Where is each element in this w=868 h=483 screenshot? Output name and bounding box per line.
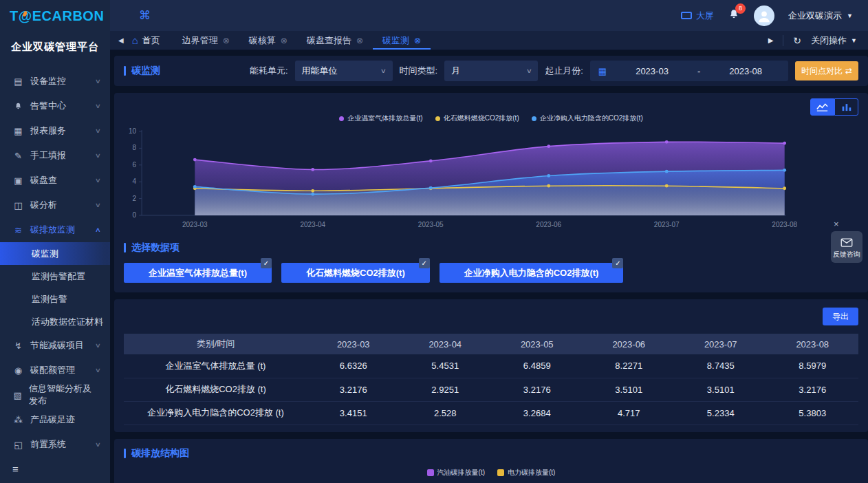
bar-chart-icon bbox=[841, 103, 852, 111]
structure-legend: 汽油碳排放量(t)电力碳排放量(t) bbox=[124, 468, 858, 477]
footprint-icon: ⁂ bbox=[12, 415, 24, 425]
energy-unit-select[interactable]: 用能单位∨ bbox=[295, 61, 393, 81]
table-row-1: 化石燃料燃烧CO2排放 (t)3.21762.92513.21763.51013… bbox=[124, 378, 858, 401]
structure-title: 碳排放结构图 bbox=[124, 447, 858, 460]
table-body: 企业温室气体排放总量 (t)6.63265.45316.48598.22718.… bbox=[124, 354, 858, 425]
legend-item-1[interactable]: 化石燃料燃烧CO2排放(t) bbox=[435, 114, 519, 123]
structure-legend-item-0[interactable]: 汽油碳排放量(t) bbox=[427, 468, 485, 477]
row-value: 3.5101 bbox=[583, 378, 675, 401]
tab-home[interactable]: ⌂首页 bbox=[129, 31, 173, 50]
date-end-value[interactable]: 2023-08 bbox=[711, 66, 780, 76]
sidebar-item-label: 碳分析 bbox=[30, 199, 57, 211]
notification-bell-icon[interactable]: 8 bbox=[728, 8, 740, 23]
sidebar-subitem-2[interactable]: 监测告警 bbox=[0, 288, 110, 310]
date-start-value[interactable]: 2023-03 bbox=[618, 66, 686, 76]
sidebar-subitem-0[interactable]: 碳监测 bbox=[0, 242, 110, 265]
sidebar: T@ECARBON 企业双碳管理平台 ▤设备监控∨告警中心∨▦报表服务∨✎手工填… bbox=[0, 0, 110, 483]
data-item-button-1[interactable]: 化石燃料燃烧CO2排放(t)✓ bbox=[281, 263, 430, 283]
notification-badge: 8 bbox=[735, 3, 746, 14]
sidebar-item-3[interactable]: ✎手工填报∨ bbox=[0, 143, 110, 168]
data-item-button-0[interactable]: 企业温室气体排放总量(t)✓ bbox=[124, 263, 272, 283]
title-accent bbox=[124, 66, 126, 76]
sidebar-item-0[interactable]: ▤设备监控∨ bbox=[0, 69, 110, 94]
tab-close-icon[interactable]: ⊗ bbox=[414, 36, 421, 45]
sidebar-subitem-3[interactable]: 活动数据佐证材料 bbox=[0, 310, 110, 333]
legend-label: 企业净购入电力隐含的CO2排放(t) bbox=[540, 114, 643, 123]
date-range-picker[interactable]: ▦ 2023-03 - 2023-08 bbox=[590, 61, 788, 81]
sidebar-item-7[interactable]: ↯节能减碳项目∨ bbox=[0, 333, 110, 358]
brand-logo-t: T bbox=[10, 8, 19, 23]
legend-dot-icon bbox=[532, 116, 536, 121]
legend-item-2[interactable]: 企业净购入电力隐含的CO2排放(t) bbox=[532, 114, 643, 123]
sidebar-item-1[interactable]: 告警中心∨ bbox=[0, 94, 110, 118]
tab-close-icon[interactable]: ⊗ bbox=[356, 36, 363, 45]
tab-home-label: 首页 bbox=[142, 34, 160, 47]
tab-0[interactable]: 边界管理⊗ bbox=[173, 31, 239, 50]
tab-label: 碳核算 bbox=[249, 34, 276, 47]
svg-text:2023-08: 2023-08 bbox=[772, 221, 797, 228]
tab-3[interactable]: 碳监测⊗ bbox=[373, 31, 431, 50]
collapse-menu-icon[interactable]: ≡ bbox=[12, 463, 19, 475]
svg-text:10: 10 bbox=[129, 127, 137, 135]
line-chart-toggle[interactable] bbox=[810, 98, 834, 116]
envelope-icon bbox=[840, 236, 854, 248]
legend-item-0[interactable]: 企业温室气体排放总量(t) bbox=[339, 114, 422, 123]
account-menu[interactable]: 企业双碳演示▼ bbox=[788, 10, 853, 22]
row-value: 5.2334 bbox=[675, 401, 767, 425]
sidebar-item-5[interactable]: ◫碳分析∨ bbox=[0, 193, 110, 217]
close-operations-label: 关闭操作 bbox=[811, 34, 847, 47]
data-item-label: 企业温室气体排放总量(t) bbox=[149, 267, 247, 279]
apps-grid-icon[interactable]: ⌘ bbox=[139, 8, 151, 23]
feedback-close-icon[interactable]: × bbox=[831, 219, 862, 229]
time-compare-button[interactable]: 时间点对比⇄ bbox=[795, 61, 858, 80]
structure-legend-item-1[interactable]: 电力碳排放量(t) bbox=[497, 468, 555, 477]
data-item-button-2[interactable]: 企业净购入电力隐含的CO2排放(t)✓ bbox=[440, 263, 624, 283]
row-value: 8.2271 bbox=[583, 354, 675, 378]
filter-panel: 碳监测 能耗单元: 用能单位∨ 时间类型: 月∨ 起止月份: ▦ 2023-03… bbox=[114, 56, 868, 86]
chart-legend: 企业温室气体排放总量(t)化石燃料燃烧CO2排放(t)企业净购入电力隐含的CO2… bbox=[124, 114, 858, 123]
energy-unit-value: 用能单位 bbox=[302, 65, 338, 77]
bar-chart-toggle[interactable] bbox=[834, 98, 858, 116]
sidebar-item-2[interactable]: ▦报表服务∨ bbox=[0, 118, 110, 143]
form-icon: ✎ bbox=[12, 151, 24, 161]
checked-icon: ✓ bbox=[419, 258, 430, 268]
chevron-down-icon: ∨ bbox=[525, 67, 532, 74]
swap-icon: ⇄ bbox=[845, 66, 852, 76]
date-separator: - bbox=[697, 66, 700, 76]
sidebar-item-8[interactable]: ◉碳配额管理∨ bbox=[0, 358, 110, 383]
quota-icon: ◉ bbox=[12, 365, 24, 376]
person-icon bbox=[757, 8, 772, 23]
user-avatar[interactable] bbox=[754, 6, 774, 26]
time-type-select[interactable]: 月∨ bbox=[444, 61, 538, 81]
svg-text:2023-04: 2023-04 bbox=[300, 221, 325, 228]
close-operations-dropdown[interactable]: 关闭操作▼ bbox=[811, 34, 857, 47]
home-icon: ⌂ bbox=[132, 34, 138, 46]
refresh-icon[interactable]: ↻ bbox=[793, 35, 801, 46]
sidebar-item-9[interactable]: ▧信息智能分析及发布 bbox=[0, 383, 110, 407]
lightning-icon: ↯ bbox=[12, 341, 24, 351]
sidebar-item-10[interactable]: ⁂产品碳足迹 bbox=[0, 407, 110, 432]
data-items-row: 企业温室气体排放总量(t)✓化石燃料燃烧CO2排放(t)✓企业净购入电力隐含的C… bbox=[124, 263, 858, 283]
legend-square-icon bbox=[427, 469, 434, 476]
feedback-button[interactable]: 反馈咨询 bbox=[831, 231, 862, 263]
tabs-scroll-right-icon[interactable]: ▶ bbox=[768, 36, 774, 44]
platform-title: 企业双碳管理平台 bbox=[0, 41, 110, 54]
sidebar-item-11[interactable]: ◱前置系统∨ bbox=[0, 432, 110, 457]
export-button[interactable]: 导出 bbox=[823, 308, 858, 325]
row-value: 3.2176 bbox=[491, 378, 583, 401]
chevron-down-icon: ∨ bbox=[95, 367, 101, 374]
date-range-label: 起止月份: bbox=[545, 65, 583, 77]
big-screen-button[interactable]: 大屏 bbox=[681, 10, 714, 22]
sidebar-item-6[interactable]: ≋碳排放监测∧ bbox=[0, 217, 110, 242]
line-chart[interactable]: 02468102023-032023-042023-052023-062023-… bbox=[124, 126, 858, 232]
sidebar-item-4[interactable]: ▣碳盘查∨ bbox=[0, 168, 110, 193]
tab-close-icon[interactable]: ⊗ bbox=[281, 36, 287, 45]
tab-close-icon[interactable]: ⊗ bbox=[223, 36, 230, 45]
chevron-down-icon: ∨ bbox=[95, 177, 101, 184]
tab-2[interactable]: 碳盘查报告⊗ bbox=[297, 31, 373, 50]
tabs-scroll-left-icon[interactable]: ◀ bbox=[110, 36, 129, 44]
tab-1[interactable]: 碳核算⊗ bbox=[239, 31, 297, 50]
sidebar-subitem-1[interactable]: 监测告警配置 bbox=[0, 265, 110, 288]
chevron-down-icon: ∨ bbox=[95, 342, 101, 349]
emission-table: 类别/时间2023-032023-042023-052023-062023-07… bbox=[124, 334, 858, 425]
